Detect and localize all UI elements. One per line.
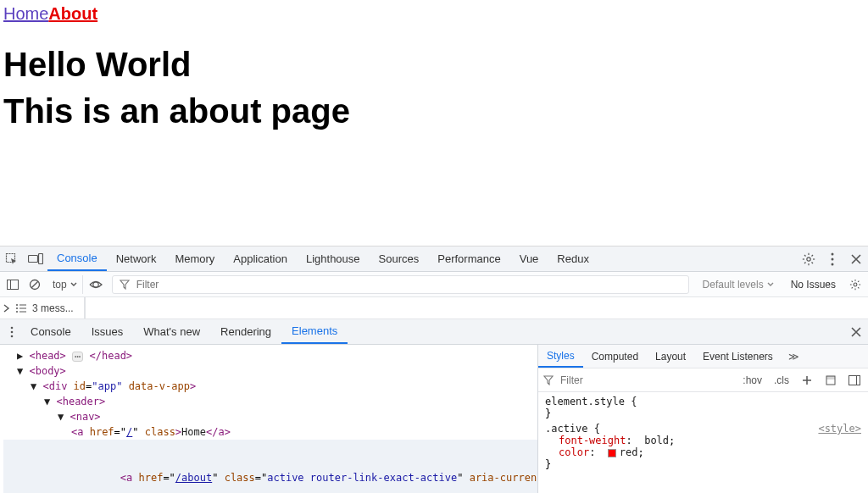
list-icon [15,303,27,313]
sidebar-toggle-icon[interactable] [3,275,22,294]
console-filter-input[interactable] [135,278,682,291]
drawer-tab-console[interactable]: Console [20,319,81,344]
tab-lighthouse[interactable]: Lighthouse [297,246,370,271]
device-toolbar-icon[interactable] [24,247,47,271]
log-levels-select[interactable]: Default levels [696,279,781,291]
svg-line-8 [804,255,806,257]
hov-toggle[interactable]: :hov [740,374,765,386]
toggle-sidebar-icon[interactable] [846,375,863,385]
clear-console-icon[interactable] [25,275,44,294]
svg-rect-42 [849,375,860,385]
app-nav: HomeAbout [3,3,865,24]
page-content: HomeAbout Hello World This is an about p… [0,0,868,130]
new-style-rule-icon[interactable] [798,374,815,386]
tab-application[interactable]: Application [224,246,297,271]
styles-tab-layout[interactable]: Layout [647,345,694,368]
color-swatch-icon[interactable] [608,449,616,457]
tab-performance[interactable]: Performance [428,246,509,271]
drawer-tab-issues[interactable]: Issues [81,319,134,344]
devtools-panel: Console Network Memory Application Light… [0,246,868,493]
drawer-tab-rendering[interactable]: Rendering [210,319,281,344]
devtools-main-tabs: Console Network Memory Application Light… [0,246,868,272]
more-tabs-icon[interactable]: ≫ [782,351,806,363]
log-levels-label: Default levels [703,279,764,291]
tab-network[interactable]: Network [107,246,166,271]
gear-icon[interactable] [797,247,821,271]
rule-selector: .active { [545,423,600,435]
svg-line-26 [858,287,859,288]
svg-point-31 [16,311,18,313]
drawer-kebab-icon[interactable] [3,320,20,344]
svg-point-13 [832,258,834,260]
svg-point-12 [832,252,834,255]
svg-rect-41 [826,376,835,379]
tab-vue[interactable]: Vue [510,246,548,271]
drawer-close-icon[interactable] [844,320,868,344]
styles-pane: Styles Computed Layout Event Listeners ≫… [537,345,868,493]
styles-tab-eventlisteners[interactable]: Event Listeners [694,345,782,368]
kebab-icon[interactable] [821,247,844,271]
rule-source-link[interactable]: <style> [818,423,861,435]
inspect-element-icon[interactable] [0,247,24,271]
svg-line-18 [31,281,38,288]
svg-line-10 [804,262,806,263]
drawer-tab-whatsnew[interactable]: What's new [133,319,210,344]
cls-toggle[interactable]: .cls [771,374,792,386]
chevron-down-icon [70,281,77,288]
console-settings-icon[interactable] [846,275,865,294]
page-heading-2: This is an about page [3,92,865,130]
styles-tab-computed[interactable]: Computed [583,345,647,368]
funnel-icon [543,375,554,385]
console-filter[interactable] [112,275,689,294]
expand-icon[interactable] [3,304,10,313]
svg-rect-2 [39,253,43,263]
live-expression-icon[interactable] [86,275,105,294]
tab-memory[interactable]: Memory [165,246,224,271]
elements-panel: ▶ <head> ⋯ </head> ▼ <body> ▼ <div id="a… [0,345,868,493]
issues-status[interactable]: No Issues [784,279,843,291]
svg-point-20 [854,283,857,286]
svg-point-29 [16,304,18,306]
nav-link-about[interactable]: About [48,4,97,23]
svg-point-19 [92,281,97,286]
context-label: top [53,279,67,291]
svg-line-28 [858,280,859,281]
console-messages-strip: 3 mess... [0,297,868,319]
svg-line-25 [852,280,853,281]
svg-point-35 [11,326,14,329]
computed-styles-icon[interactable] [822,374,839,386]
chevron-down-icon [767,281,774,288]
styles-filter-bar: :hov .cls [538,368,868,392]
svg-point-37 [11,335,14,337]
devtools-drawer-tabs: Console Issues What's new Rendering Elem… [0,319,868,345]
tab-sources[interactable]: Sources [370,246,429,271]
styles-tab-styles[interactable]: Styles [538,345,583,368]
svg-rect-1 [29,255,38,262]
svg-point-30 [16,307,18,309]
message-count[interactable]: 3 mess... [32,302,74,314]
svg-line-11 [812,255,814,257]
console-toolbar: top Default levels No Issues [0,272,868,297]
funnel-icon [120,280,130,290]
execution-context-select[interactable]: top [47,275,83,294]
svg-point-36 [11,330,14,333]
styles-filter-input[interactable] [559,374,733,387]
styles-tabs: Styles Computed Layout Event Listeners ≫ [538,345,868,368]
svg-point-14 [832,263,834,265]
svg-line-9 [812,262,814,263]
tab-console[interactable]: Console [47,246,107,271]
dom-tree[interactable]: ▶ <head> ⋯ </head> ▼ <body> ▼ <div id="a… [0,345,537,493]
close-icon[interactable] [844,247,868,271]
svg-point-3 [807,257,810,260]
svg-rect-15 [8,280,19,289]
rule-selector: element.style { [545,396,637,407]
svg-line-27 [852,287,853,288]
styles-rules[interactable]: element.style { } <style> .active { font… [538,392,868,493]
tab-redux[interactable]: Redux [548,246,598,271]
drawer-tab-elements[interactable]: Elements [281,319,348,344]
nav-link-home[interactable]: Home [3,4,48,23]
selected-dom-node[interactable]: ⋯ <a href="/about" class="active router-… [3,440,537,493]
page-heading-1: Hello World [3,46,865,84]
